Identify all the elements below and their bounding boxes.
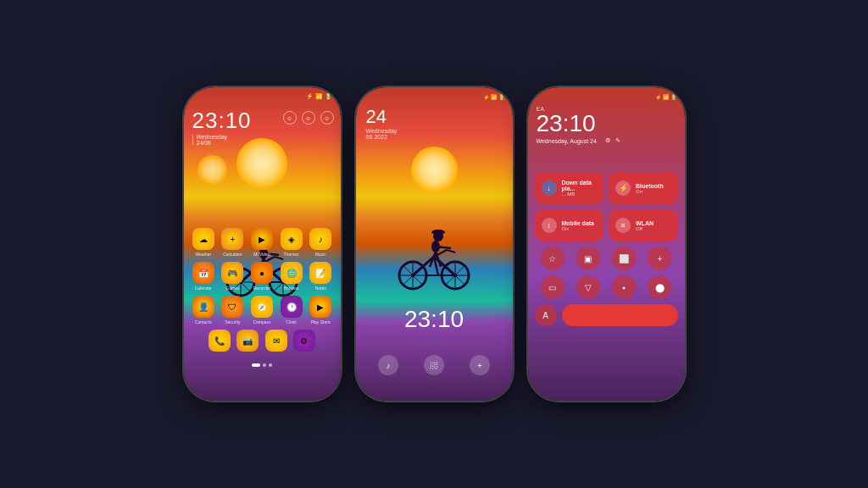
ctrl-bt-tile-icon: ⚡ (615, 180, 631, 196)
dot-active (252, 363, 260, 367)
app-icon-weather: ☁ (192, 228, 214, 250)
app-icon-video: ▶ (251, 228, 273, 250)
page-dots (252, 363, 272, 367)
svg-line-42 (447, 250, 455, 252)
app-label-compass: Compass (253, 319, 270, 324)
ctrl-tile-bluetooth[interactable]: ⚡ Bluetooth On (609, 172, 678, 204)
ctrl-edit-icon[interactable]: ✎ (615, 137, 620, 144)
app-calculator[interactable]: +Calculator (220, 228, 245, 257)
clock-action-icons: ⊙ ⊙ ⊙ (283, 111, 334, 125)
app-icon-music: ♪ (309, 228, 331, 250)
app-icon-notes: 📝 (309, 262, 331, 284)
ctrl-wlan-icon: ≡ (615, 218, 631, 233)
ctrl-btn-triangle[interactable]: ▽ (576, 275, 600, 299)
app-themes[interactable]: ◈Themes (279, 228, 304, 257)
app-music[interactable]: ♪Music (308, 228, 333, 257)
app-icon-messages: ✉ (265, 330, 287, 352)
app-messages[interactable]: ✉ (264, 330, 289, 353)
app-label-weather: Weather (195, 252, 211, 257)
app-icon-browser: 🌐 (281, 262, 303, 284)
app-row-1: ☁Weather +Calculator ▶Mi Video ◈Themes ♪… (189, 228, 336, 257)
app-label-browser: Browser (283, 286, 298, 291)
app-label-calc: Calculator (223, 252, 242, 257)
app-row-2: 📅Calendar 🎮Games ●Recorder 🌐Browser 📝Not… (189, 262, 336, 291)
ctrl-tile-data[interactable]: ↓ Down data pla... ... MB (535, 172, 604, 204)
app-browser[interactable]: 🌐Browser (279, 262, 304, 291)
lock-time: 23:10 (404, 306, 464, 332)
app-clock[interactable]: 🕐Clock (279, 296, 304, 324)
app-grid: ☁Weather +Calculator ▶Mi Video ◈Themes ♪… (184, 228, 341, 358)
svg-rect-46 (434, 230, 442, 234)
ctrl-status-icons: ⚡ 📶 🔋 (655, 94, 676, 100)
signal-icon: 📶 (315, 93, 323, 100)
ctrl-tile-wlan-text: WLAN Off (636, 220, 654, 231)
ctrl-btn-screen[interactable]: ▣ (576, 247, 600, 270)
ctrl-settings-icon[interactable]: ⚙ (605, 137, 610, 144)
app-camera[interactable]: 📷 (235, 330, 260, 353)
app-label-games: Games (225, 286, 239, 291)
app-label-music: Music (315, 252, 326, 257)
app-security[interactable]: 🛡Security (220, 296, 245, 324)
ctrl-btn-star[interactable]: ☆ (541, 247, 565, 270)
home-clock-widget: 23:10 Wednesday 24/08 (192, 108, 252, 146)
ctrl-btn-expand[interactable]: ⬜ (612, 247, 636, 270)
ctrl-battery-icon: 🔋 (670, 94, 676, 100)
app-row-4: 📞 📷 ✉ ⚙ (189, 330, 336, 353)
dot-inactive2 (269, 363, 272, 367)
ctrl-data-title: Down data pla... (562, 180, 598, 191)
lock-cyclist (392, 223, 476, 294)
app-row-3: 👤Contacts 🛡Security 🧭Compass 🕐Clock ▶Pla… (189, 296, 336, 324)
status-icons: ⚡ 📶 🔋 (306, 93, 332, 100)
app-icon-compass: 🧭 (251, 296, 273, 318)
phone-lockscreen: ⚡ 📶 🔋 24 Wednesday 08 2022 (356, 87, 513, 401)
lock-action-add[interactable]: + (470, 355, 490, 375)
lock-month-year: 08 2022 (366, 134, 398, 140)
app-compass[interactable]: 🧭Compass (249, 296, 275, 324)
ctrl-btn-square[interactable]: ▪ (612, 275, 636, 299)
app-games[interactable]: 🎮Games (220, 262, 245, 291)
lock-action-camera[interactable]: ⛆ (424, 355, 444, 375)
app-icon-calc: + (221, 228, 243, 250)
app-playstore[interactable]: ▶Play Store (308, 296, 333, 324)
app-icon-play: ▶ (309, 296, 331, 318)
ctrl-btn-plus[interactable]: + (648, 247, 671, 270)
ctrl-btn-rect[interactable]: ▭ (541, 275, 565, 299)
app-icon-cal: 📅 (192, 262, 214, 284)
clock-day: Wednesday (197, 134, 228, 140)
ctrl-mobile-sub: On (562, 226, 595, 231)
ctrl-data-icon: ↓ (542, 180, 557, 196)
lock-sun (411, 147, 458, 193)
ctrl-date: Wednesday, August 24 (537, 138, 597, 144)
status-bar-lock: ⚡ 📶 🔋 (356, 87, 513, 106)
app-calendar[interactable]: 📅Calendar (191, 262, 216, 291)
app-weather[interactable]: ☁Weather (191, 228, 216, 257)
ctrl-auto-brightness[interactable]: A (535, 304, 557, 326)
clock-time: 23:10 (192, 108, 252, 134)
clock-divider (192, 135, 193, 145)
ctrl-btn-camera[interactable]: ⬤ (648, 275, 671, 299)
clock-icon-3[interactable]: ⊙ (320, 111, 334, 125)
app-icon-phone: 📞 (209, 330, 231, 352)
ctrl-brightness-slider[interactable] (562, 304, 678, 326)
app-phone[interactable]: 📞 (207, 330, 232, 353)
lock-weekday: Wednesday (366, 128, 398, 134)
ctrl-tile-bt-text: Bluetooth On (636, 183, 664, 194)
clock-date: 24/08 (197, 140, 228, 146)
sun-glow (236, 138, 287, 189)
lock-clock: 23:10 (356, 306, 513, 333)
ctrl-tile-wlan[interactable]: ≡ WLAN Off (609, 209, 678, 241)
app-notes[interactable]: 📝Notes (308, 262, 333, 291)
clock-icon-2[interactable]: ⊙ (302, 111, 315, 125)
app-settings[interactable]: ⚙ (292, 330, 317, 353)
ctrl-row-2: ↕ Mobile data On ≡ WLAN Off (535, 209, 678, 241)
lock-action-music[interactable]: ♪ (378, 355, 398, 375)
app-mivideo[interactable]: ▶Mi Video (249, 228, 275, 257)
status-bar-ctrl: ⚡ 📶 🔋 (528, 87, 685, 106)
app-recorder[interactable]: ●Recorder (249, 262, 275, 291)
app-icon-rec: ● (251, 262, 273, 284)
app-contacts[interactable]: 👤Contacts (191, 296, 216, 324)
ctrl-header: EA 23:10 Wednesday, August 24 ⚙ ✎ (537, 106, 676, 144)
ctrl-bt-icon: ⚡ (655, 94, 661, 100)
ctrl-tile-mobile[interactable]: ↕ Mobile data On (535, 209, 604, 241)
clock-icon-1[interactable]: ⊙ (283, 111, 297, 125)
